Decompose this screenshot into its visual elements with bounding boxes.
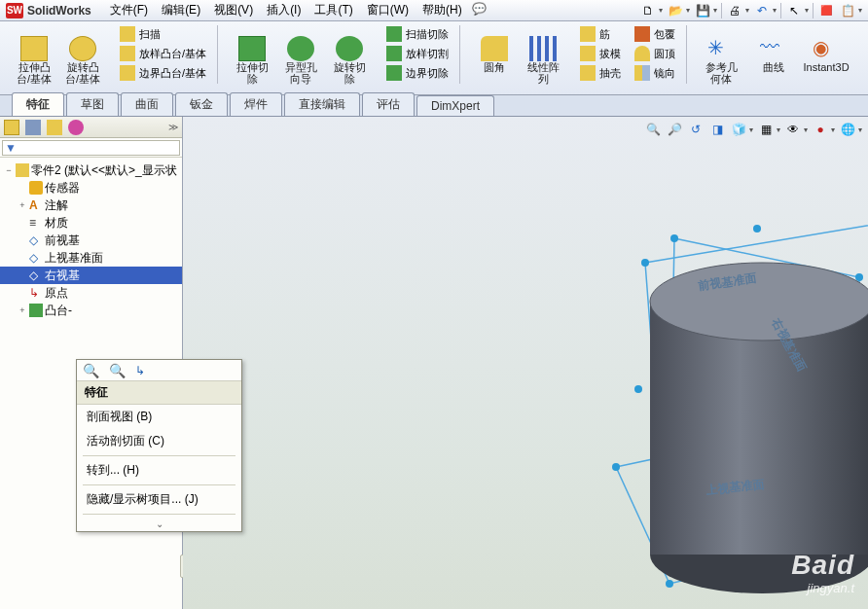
svg-point-0 xyxy=(612,463,620,471)
tab-directedit[interactable]: 直接编辑 xyxy=(284,92,360,116)
tree-filter-input[interactable] xyxy=(2,140,180,156)
traffic-light-icon[interactable]: 🟥 xyxy=(817,2,835,19)
separator xyxy=(813,3,814,18)
options-icon[interactable]: 📋 xyxy=(839,2,856,19)
new-icon[interactable]: 🗋 xyxy=(639,2,657,19)
print-icon[interactable]: 🖨 xyxy=(726,2,743,19)
ctx-live-section[interactable]: 活动剖切面 (C) xyxy=(77,429,241,453)
curves-button[interactable]: 〰曲线 xyxy=(751,36,796,85)
reference-geometry-button[interactable]: ✳参考几 何体 xyxy=(699,36,743,85)
revolved-cut-button[interactable]: 旋转切 除 xyxy=(327,36,372,85)
swept-boss-button[interactable]: 扫描 xyxy=(117,25,209,43)
tab-surfaces[interactable]: 曲面 xyxy=(121,92,173,116)
help-balloon-icon[interactable]: 💬 xyxy=(471,0,488,18)
appearance-icon[interactable]: ● xyxy=(812,121,829,138)
tree-root[interactable]: −零件2 (默认<<默认>_显示状 xyxy=(0,161,182,179)
display-style-icon[interactable]: ▦ xyxy=(757,121,775,138)
section-view-icon[interactable]: ◨ xyxy=(708,121,726,138)
linear-pattern-button[interactable]: 线性阵 列 xyxy=(521,36,565,85)
tab-sheetmetal[interactable]: 钣金 xyxy=(175,92,228,116)
svg-point-5 xyxy=(855,273,863,281)
separator xyxy=(217,25,218,84)
tree-item-sensors[interactable]: 传感器 xyxy=(0,179,182,197)
separator xyxy=(721,3,722,18)
extruded-boss-button[interactable]: 拉伸凸 台/基体 xyxy=(12,36,56,85)
tree-filter: ▼ xyxy=(0,138,182,158)
tab-sketch[interactable]: 草图 xyxy=(66,92,119,116)
tree-item-annotations[interactable]: +A注解 xyxy=(0,197,182,214)
panel-collapse-icon[interactable]: ≫ xyxy=(168,122,178,132)
tree-item-boss[interactable]: +凸台- xyxy=(0,302,182,319)
menu-window[interactable]: 窗口(W) xyxy=(362,0,414,20)
svg-point-8 xyxy=(641,259,649,267)
undo-icon[interactable]: ↶ xyxy=(753,2,771,19)
tree-item-top-plane[interactable]: ◇上视基准面 xyxy=(0,249,182,267)
context-mini-toolbar: 🔍 🔍 ↳ xyxy=(77,360,241,381)
ctx-section-view[interactable]: 剖面视图 (B) xyxy=(77,405,241,429)
orient-icon[interactable]: ↳ xyxy=(135,364,145,377)
hide-show-icon[interactable]: 👁 xyxy=(784,121,802,138)
fillet-button[interactable]: 圆角 xyxy=(472,36,517,85)
ctx-hide-show-tree[interactable]: 隐藏/显示树项目... (J) xyxy=(77,487,241,512)
menu-tools[interactable]: 工具(T) xyxy=(309,0,357,20)
menu-edit[interactable]: 编辑(E) xyxy=(157,0,205,20)
zoom-area-icon[interactable]: 🔎 xyxy=(666,121,683,138)
open-icon[interactable]: 📂 xyxy=(667,2,684,19)
app-logo-icon: SW xyxy=(6,3,23,18)
separator xyxy=(686,25,687,84)
mirror-button[interactable]: 镜向 xyxy=(632,64,678,82)
property-manager-tab-icon[interactable] xyxy=(25,120,41,135)
extruded-cut-button[interactable]: 拉伸切 除 xyxy=(230,36,274,85)
view-orientation-icon[interactable]: 🧊 xyxy=(730,121,747,138)
draft-button[interactable]: 拔模 xyxy=(577,45,624,62)
watermark: Baid jingyan.t xyxy=(791,550,854,595)
app-name: SolidWorks xyxy=(27,4,91,18)
ribbon: 拉伸凸 台/基体 旋转凸 台/基体 扫描 放样凸台/基体 边界凸台/基体 拉伸切… xyxy=(0,21,868,95)
command-tabs: 特征 草图 曲面 钣金 焊件 直接编辑 评估 DimXpert xyxy=(0,95,868,117)
revolved-boss-button[interactable]: 旋转凸 台/基体 xyxy=(60,36,105,85)
scene-icon[interactable]: 🌐 xyxy=(839,121,856,138)
configuration-tab-icon[interactable] xyxy=(47,120,62,135)
menu-help[interactable]: 帮助(H) xyxy=(417,0,467,20)
lofted-boss-button[interactable]: 放样凸台/基体 xyxy=(117,45,209,62)
lofted-cut-button[interactable]: 放样切割 xyxy=(383,45,452,62)
graphics-view[interactable]: 🔍 🔎 ↺ ◨ 🧊▾ ▦▾ 👁▾ ●▾ 🌐▾ xyxy=(183,117,868,609)
zoom-selection-icon[interactable]: 🔍 xyxy=(83,363,99,378)
context-expand-icon[interactable]: ⌄ xyxy=(77,517,241,531)
tab-features[interactable]: 特征 xyxy=(12,92,64,116)
previous-view-icon[interactable]: ↺ xyxy=(687,121,705,138)
svg-point-4 xyxy=(670,234,678,242)
workspace: ≫ ▼ −零件2 (默认<<默认>_显示状 传感器 +A注解 ≡材质 ◇前视基 … xyxy=(0,117,868,609)
rib-button[interactable]: 筋 xyxy=(577,25,624,43)
menu-view[interactable]: 视图(V) xyxy=(209,0,258,20)
tree-item-right-plane[interactable]: ◇右视基 xyxy=(0,267,182,284)
separator xyxy=(83,514,235,515)
tab-weldments[interactable]: 焊件 xyxy=(230,92,282,116)
context-menu-header: 特征 xyxy=(77,381,241,405)
dome-button[interactable]: 圆顶 xyxy=(632,45,678,62)
feature-tree-tab-icon[interactable] xyxy=(4,120,19,135)
boundary-boss-button[interactable]: 边界凸台/基体 xyxy=(117,64,209,82)
swept-cut-button[interactable]: 扫描切除 xyxy=(383,25,452,43)
zoom-fit-icon[interactable]: 🔍 xyxy=(644,121,662,138)
wrap-button[interactable]: 包覆 xyxy=(632,25,678,43)
ctx-go-to[interactable]: 转到... (H) xyxy=(77,458,241,483)
svg-point-15 xyxy=(634,385,642,393)
instant3d-button[interactable]: ◉Instant3D xyxy=(804,36,849,85)
tree-item-material[interactable]: ≡材质 xyxy=(0,214,182,232)
svg-point-12 xyxy=(753,225,761,233)
menu-insert[interactable]: 插入(I) xyxy=(262,0,306,20)
hole-wizard-button[interactable]: 异型孔 向导 xyxy=(278,36,323,85)
tab-dimxpert[interactable]: DimXpert xyxy=(416,95,494,116)
normal-to-icon[interactable]: 🔍 xyxy=(109,363,126,378)
dimxpert-tab-icon[interactable] xyxy=(68,120,84,135)
tree-item-origin[interactable]: ↳原点 xyxy=(0,284,182,302)
tab-evaluate[interactable]: 评估 xyxy=(362,92,415,116)
tree-item-front-plane[interactable]: ◇前视基 xyxy=(0,232,182,249)
view-toolbar: 🔍 🔎 ↺ ◨ 🧊▾ ▦▾ 👁▾ ●▾ 🌐▾ xyxy=(644,121,862,138)
menu-file[interactable]: 文件(F) xyxy=(105,0,153,20)
select-icon[interactable]: ↖ xyxy=(785,2,803,19)
shell-button[interactable]: 抽壳 xyxy=(577,64,624,82)
save-icon[interactable]: 💾 xyxy=(694,2,711,19)
boundary-cut-button[interactable]: 边界切除 xyxy=(383,64,452,82)
